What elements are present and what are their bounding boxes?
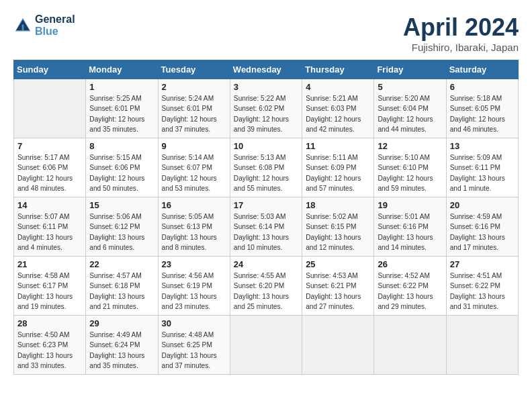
day-number: 20 [450,200,515,210]
calendar-cell: 17Sunrise: 5:03 AM Sunset: 6:14 PM Dayli… [230,197,302,257]
calendar-cell: 30Sunrise: 4:48 AM Sunset: 6:25 PM Dayli… [158,316,230,375]
calendar-cell: 23Sunrise: 4:56 AM Sunset: 6:19 PM Dayli… [158,257,230,316]
calendar-cell: 18Sunrise: 5:02 AM Sunset: 6:15 PM Dayli… [302,197,374,257]
calendar-cell: 3Sunrise: 5:22 AM Sunset: 6:02 PM Daylig… [230,79,302,138]
cell-info: Sunrise: 5:17 AM Sunset: 6:06 PM Dayligh… [17,152,82,193]
day-number: 14 [17,200,82,210]
calendar-table: SundayMondayTuesdayWednesdayThursdayFrid… [13,60,519,375]
day-number: 19 [378,200,442,210]
cell-info: Sunrise: 5:13 AM Sunset: 6:08 PM Dayligh… [234,152,298,193]
cell-info: Sunrise: 5:22 AM Sunset: 6:02 PM Dayligh… [234,93,298,134]
day-number: 16 [162,200,226,210]
calendar-cell: 24Sunrise: 4:55 AM Sunset: 6:20 PM Dayli… [230,257,302,316]
day-number: 28 [17,318,82,328]
calendar-cell: 20Sunrise: 4:59 AM Sunset: 6:16 PM Dayli… [446,197,518,257]
cell-info: Sunrise: 4:52 AM Sunset: 6:22 PM Dayligh… [378,271,442,312]
cell-info: Sunrise: 4:58 AM Sunset: 6:17 PM Dayligh… [17,271,82,312]
calendar-cell: 22Sunrise: 4:57 AM Sunset: 6:18 PM Dayli… [86,257,158,316]
day-number: 1 [89,82,154,92]
week-row-1: 1Sunrise: 5:25 AM Sunset: 6:01 PM Daylig… [14,79,519,138]
day-number: 30 [162,318,226,328]
calendar-cell: 29Sunrise: 4:49 AM Sunset: 6:24 PM Dayli… [86,316,158,375]
cell-info: Sunrise: 5:20 AM Sunset: 6:04 PM Dayligh… [378,93,442,134]
day-number: 17 [234,200,298,210]
cell-info: Sunrise: 5:01 AM Sunset: 6:16 PM Dayligh… [378,212,442,253]
calendar-cell: 13Sunrise: 5:09 AM Sunset: 6:11 PM Dayli… [446,138,518,197]
cell-info: Sunrise: 5:03 AM Sunset: 6:14 PM Dayligh… [234,212,298,253]
cell-info: Sunrise: 5:05 AM Sunset: 6:13 PM Dayligh… [162,212,226,253]
cell-info: Sunrise: 5:18 AM Sunset: 6:05 PM Dayligh… [450,93,515,134]
weekday-header-sunday: Sunday [14,60,86,79]
cell-info: Sunrise: 4:56 AM Sunset: 6:19 PM Dayligh… [162,271,226,312]
calendar-cell: 26Sunrise: 4:52 AM Sunset: 6:22 PM Dayli… [374,257,446,316]
month-title: April 2024 [403,13,519,42]
weekday-header-thursday: Thursday [302,60,374,79]
day-number: 3 [234,82,298,92]
cell-info: Sunrise: 5:24 AM Sunset: 6:01 PM Dayligh… [162,93,226,134]
day-number: 6 [450,82,515,92]
day-number: 23 [162,259,226,269]
calendar-cell: 25Sunrise: 4:53 AM Sunset: 6:21 PM Dayli… [302,257,374,316]
cell-info: Sunrise: 4:51 AM Sunset: 6:22 PM Dayligh… [450,271,515,312]
day-number: 10 [234,141,298,151]
calendar-cell [14,79,86,138]
location: Fujishiro, Ibaraki, Japan [403,42,519,53]
calendar-cell: 12Sunrise: 5:10 AM Sunset: 6:10 PM Dayli… [374,138,446,197]
calendar-cell: 16Sunrise: 5:05 AM Sunset: 6:13 PM Dayli… [158,197,230,257]
cell-info: Sunrise: 4:59 AM Sunset: 6:16 PM Dayligh… [450,212,515,253]
day-number: 24 [234,259,298,269]
cell-info: Sunrise: 5:09 AM Sunset: 6:11 PM Dayligh… [450,152,515,193]
calendar-cell: 4Sunrise: 5:21 AM Sunset: 6:03 PM Daylig… [302,79,374,138]
cell-info: Sunrise: 5:06 AM Sunset: 6:12 PM Dayligh… [89,212,154,253]
day-number: 18 [306,200,370,210]
calendar-cell: 6Sunrise: 5:18 AM Sunset: 6:05 PM Daylig… [446,79,518,138]
cell-info: Sunrise: 4:55 AM Sunset: 6:20 PM Dayligh… [234,271,298,312]
cell-info: Sunrise: 4:50 AM Sunset: 6:23 PM Dayligh… [17,330,82,371]
page-header: General Blue April 2024 Fujishiro, Ibara… [13,13,519,53]
calendar-cell: 2Sunrise: 5:24 AM Sunset: 6:01 PM Daylig… [158,79,230,138]
day-number: 11 [306,141,370,151]
cell-info: Sunrise: 5:21 AM Sunset: 6:03 PM Dayligh… [306,93,370,134]
weekday-header-saturday: Saturday [446,60,518,79]
cell-info: Sunrise: 5:10 AM Sunset: 6:10 PM Dayligh… [378,152,442,193]
cell-info: Sunrise: 4:49 AM Sunset: 6:24 PM Dayligh… [89,330,154,371]
calendar-cell: 21Sunrise: 4:58 AM Sunset: 6:17 PM Dayli… [14,257,86,316]
logo-general: General [35,13,75,26]
calendar-cell: 9Sunrise: 5:14 AM Sunset: 6:07 PM Daylig… [158,138,230,197]
cell-info: Sunrise: 5:02 AM Sunset: 6:15 PM Dayligh… [306,212,370,253]
logo: General Blue [13,13,75,37]
weekday-header-tuesday: Tuesday [158,60,230,79]
calendar-cell: 1Sunrise: 5:25 AM Sunset: 6:01 PM Daylig… [86,79,158,138]
day-number: 5 [378,82,442,92]
week-row-4: 21Sunrise: 4:58 AM Sunset: 6:17 PM Dayli… [14,257,519,316]
calendar-cell: 5Sunrise: 5:20 AM Sunset: 6:04 PM Daylig… [374,79,446,138]
logo-blue: Blue [35,26,75,38]
calendar-cell [302,316,374,375]
cell-info: Sunrise: 5:14 AM Sunset: 6:07 PM Dayligh… [162,152,226,193]
day-number: 22 [89,259,154,269]
cell-info: Sunrise: 5:07 AM Sunset: 6:11 PM Dayligh… [17,212,82,253]
weekday-header-friday: Friday [374,60,446,79]
day-number: 29 [89,318,154,328]
calendar-cell: 8Sunrise: 5:15 AM Sunset: 6:06 PM Daylig… [86,138,158,197]
day-number: 21 [17,259,82,269]
calendar-cell: 14Sunrise: 5:07 AM Sunset: 6:11 PM Dayli… [14,197,86,257]
day-number: 15 [89,200,154,210]
weekday-header-monday: Monday [86,60,158,79]
day-number: 7 [17,141,82,151]
calendar-cell: 11Sunrise: 5:11 AM Sunset: 6:09 PM Dayli… [302,138,374,197]
day-number: 4 [306,82,370,92]
week-row-3: 14Sunrise: 5:07 AM Sunset: 6:11 PM Dayli… [14,197,519,257]
calendar-cell: 10Sunrise: 5:13 AM Sunset: 6:08 PM Dayli… [230,138,302,197]
day-number: 26 [378,259,442,269]
week-row-2: 7Sunrise: 5:17 AM Sunset: 6:06 PM Daylig… [14,138,519,197]
calendar-cell: 28Sunrise: 4:50 AM Sunset: 6:23 PM Dayli… [14,316,86,375]
calendar-cell [446,316,518,375]
cell-info: Sunrise: 4:57 AM Sunset: 6:18 PM Dayligh… [89,271,154,312]
title-block: April 2024 Fujishiro, Ibaraki, Japan [403,13,519,53]
weekday-header-row: SundayMondayTuesdayWednesdayThursdayFrid… [14,60,519,79]
cell-info: Sunrise: 5:15 AM Sunset: 6:06 PM Dayligh… [89,152,154,193]
weekday-header-wednesday: Wednesday [230,60,302,79]
day-number: 9 [162,141,226,151]
cell-info: Sunrise: 5:25 AM Sunset: 6:01 PM Dayligh… [89,93,154,134]
